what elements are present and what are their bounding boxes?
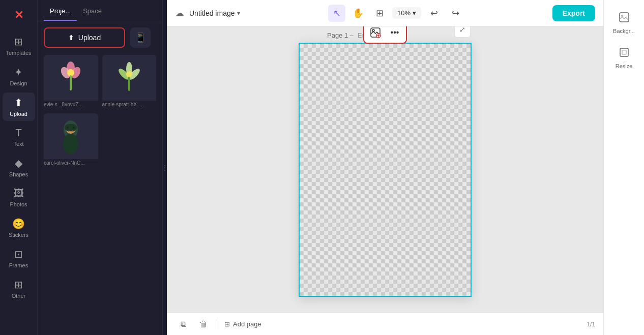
cloud-save-icon: ☁ [175,8,184,19]
sidebar-item-label: Stickers [9,232,28,238]
sidebar-item-stickers[interactable]: 😊 Stickers [3,214,35,242]
toolbar-right: Export [552,5,595,21]
frame-icon: ⊞ [376,8,384,19]
main-area: ☁ Untitled image ▾ ↖ ✋ ⊞ 10% ▾ [167,0,603,335]
canvas-frame[interactable]: ••• ⤢ [299,43,472,297]
divider [216,319,216,329]
sidebar-item-label: Text [13,141,23,147]
redo-icon: ↪ [452,8,459,19]
stickers-icon: 😊 [12,218,25,230]
sidebar-item-photos[interactable]: 🖼 Photos [3,184,35,211]
tab-space[interactable]: Space [77,0,108,21]
delete-page-button[interactable]: 🗑 [195,316,212,332]
svg-rect-4 [70,75,72,90]
tab-projects[interactable]: Proje... [44,0,77,21]
expand-icon: ⤢ [459,26,465,34]
sidebar-item-label: Templates [6,50,31,56]
right-panel-resize[interactable]: Resize [607,41,641,74]
image-thumbnail-2[interactable]: annie-spratt-hX_... [102,55,157,109]
sidebar-item-templates[interactable]: ⊞ Templates [3,32,35,60]
thumbnail-preview-1 [44,55,98,101]
shapes-icon: ◆ [15,157,22,169]
sidebar-item-label: Frames [9,262,28,268]
svg-rect-9 [128,77,130,91]
add-page-button[interactable]: ⊞ Add page [220,318,266,330]
panel-resize-handle[interactable]: ⋮ [163,0,167,335]
photos-icon: 🖼 [14,188,24,199]
bottom-bar: ⧉ 🗑 ⊞ Add page 1/1 [167,313,603,335]
sidebar-item-design[interactable]: ✦ Design [3,62,35,90]
add-page-icon: ⊞ [224,320,230,328]
side-panel: Proje... Space ⬆ Upload 📱 [38,0,163,335]
thumbnail-label-1: evie-s-_8vovuZ... [44,101,98,109]
thumbnail-label-3: carol-oliver-NnC... [44,159,98,168]
svg-point-12 [65,124,77,132]
hand-icon: ✋ [353,8,364,19]
undo-button[interactable]: ↩ [425,5,443,22]
zoom-control[interactable]: 10% ▾ [392,7,421,19]
redo-button[interactable]: ↪ [447,5,464,22]
thumbnail-label-2: annie-spratt-hX_... [102,101,157,109]
canvas-toolbar: ••• [363,26,407,44]
right-panel: Backgr... Resize [603,0,644,335]
zoom-chevron-icon: ▾ [413,9,416,17]
sidebar-item-label: Photos [10,201,27,207]
undo-icon: ↩ [430,8,438,19]
upload-icon: ⬆ [14,97,23,109]
sidebar-item-frames[interactable]: ⊡ Frames [3,244,35,272]
sidebar-item-label: Design [10,80,27,86]
sidebar-item-upload[interactable]: ⬆ Upload [3,93,35,121]
canvas-area[interactable]: Page 1 – [167,26,603,313]
toolbar-center: ↖ ✋ ⊞ 10% ▾ ↩ ↪ [328,5,464,22]
logo-button[interactable]: ✕ [9,5,29,25]
sidebar-item-label: Shapes [9,171,28,177]
svg-point-3 [67,69,74,76]
right-panel-background[interactable]: Backgr... [607,6,641,39]
svg-rect-24 [622,50,626,54]
image-grid: evie-s-_8vovuZ... annie-spratt-hX_... [44,55,156,168]
page-options-button[interactable]: ⧉ [175,316,191,332]
thumbnail-preview-3 [44,113,98,159]
copy-page-icon: ⧉ [181,320,186,329]
sidebar-item-shapes[interactable]: ◆ Shapes [3,153,35,181]
hand-tool-button[interactable]: ✋ [349,5,367,22]
panel-content: ⬆ Upload 📱 [38,21,162,335]
more-options-button[interactable]: ••• [387,26,403,41]
select-tool-button[interactable]: ↖ [328,5,345,22]
icon-sidebar: ✕ ⊞ Templates ✦ Design ⬆ Upload T Text ◆… [0,0,38,335]
svg-point-13 [63,134,78,154]
thumbnail-preview-2 [102,55,157,101]
image-thumbnail-3[interactable]: carol-oliver-NnC... [44,113,98,168]
export-button[interactable]: Export [552,5,595,21]
background-icon [618,11,630,26]
trash-icon: 🗑 [199,320,208,329]
mobile-view-button[interactable]: 📱 [130,27,151,48]
upload-button[interactable]: ⬆ Upload [44,27,125,48]
cursor-icon: ↖ [333,8,341,19]
design-icon: ✦ [14,66,23,78]
mobile-icon: 📱 [135,32,146,43]
sidebar-item-label: Upload [10,111,27,117]
text-icon: T [15,127,21,139]
document-title[interactable]: Untitled image ▾ [189,9,240,17]
logo-icon: ✕ [14,9,23,22]
svg-point-8 [126,71,132,77]
sidebar-item-other[interactable]: ⊞ Other [3,275,35,303]
add-image-button[interactable] [367,26,384,41]
templates-icon: ⊞ [14,36,23,48]
svg-point-15 [73,127,75,129]
title-dropdown-icon: ▾ [237,10,240,17]
top-toolbar: ☁ Untitled image ▾ ↖ ✋ ⊞ 10% ▾ [167,0,603,26]
right-panel-background-label: Backgr... [613,28,635,34]
page-count: 1/1 [587,321,595,328]
frame-tool-button[interactable]: ⊞ [371,5,388,22]
canvas-content [300,44,471,296]
sidebar-item-label: Other [12,293,26,299]
upload-row: ⬆ Upload 📱 [44,27,156,48]
toolbar-left: ☁ Untitled image ▾ [175,8,240,19]
image-thumbnail-1[interactable]: evie-s-_8vovuZ... [44,55,98,109]
svg-rect-21 [620,13,629,22]
sidebar-item-text[interactable]: T Text [3,123,35,151]
ellipsis-icon: ••• [391,28,399,37]
fullscreen-button[interactable]: ⤢ [454,26,471,38]
